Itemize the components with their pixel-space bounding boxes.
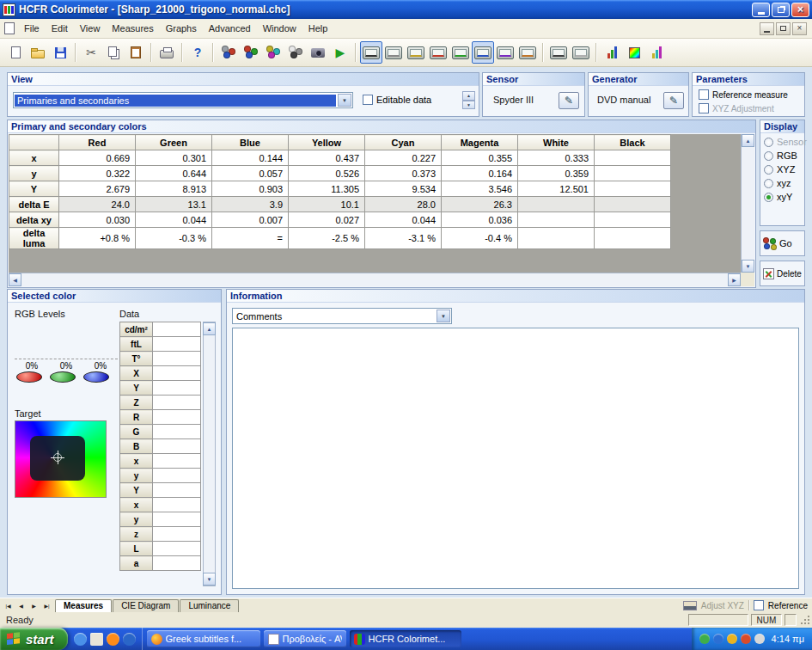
taskbar-window-button[interactable]: Προβολείς - AVS... (264, 630, 346, 647)
rgb-histogram-icon[interactable] (601, 41, 623, 64)
table-cell[interactable]: 3.9 (212, 197, 289, 212)
sensor-config-icon[interactable] (217, 41, 240, 64)
grayscale-measure-icon[interactable] (284, 41, 307, 64)
rgb-levels-chart-icon[interactable] (427, 41, 449, 64)
volume-tray-icon[interactable] (754, 634, 765, 644)
menu-file[interactable]: File (18, 20, 46, 37)
column-header-green[interactable]: Green (136, 135, 212, 150)
table-cell[interactable]: 0.333 (518, 150, 595, 166)
display-option-xyz[interactable]: XYZ (761, 162, 803, 176)
table-cell[interactable] (595, 212, 671, 228)
scroll-down-icon[interactable]: ▼ (203, 573, 216, 586)
table-cell[interactable] (595, 197, 671, 212)
messenger-tray-icon[interactable] (741, 634, 751, 644)
table-cell[interactable]: 0.322 (59, 166, 136, 181)
tab-cie-diagram[interactable]: CIE Diagram (113, 599, 179, 612)
reference-checkbox[interactable] (754, 600, 764, 610)
dropdown-arrow-icon[interactable]: ▼ (338, 94, 351, 107)
go-button[interactable]: Go (760, 230, 805, 256)
menu-edit[interactable]: Edit (46, 20, 74, 37)
table-cell[interactable]: 8.913 (136, 181, 212, 197)
table-cell[interactable]: 0.144 (212, 150, 289, 166)
column-header-yellow[interactable]: Yellow (289, 135, 365, 150)
table-cell[interactable]: 0.903 (212, 181, 289, 197)
table-cell[interactable]: 0.301 (136, 150, 212, 166)
table-cell[interactable]: 28.0 (365, 197, 442, 212)
spinner-up-icon[interactable]: ▲ (462, 91, 475, 101)
child-close-button[interactable]: × (792, 22, 807, 35)
table-cell[interactable]: 0.030 (59, 212, 136, 228)
generator-config-button[interactable]: ✎ (663, 92, 684, 109)
target-color-area[interactable] (15, 420, 107, 498)
tab-scroll-arrow-3[interactable]: ▶| (40, 600, 53, 611)
scroll-left-icon[interactable]: ◀ (9, 273, 21, 286)
view-spinner[interactable]: ▲ ▼ (462, 91, 475, 109)
dropdown-arrow-icon[interactable]: ▼ (437, 310, 450, 322)
minimize-button[interactable] (752, 3, 770, 17)
table-cell[interactable]: 0.057 (212, 166, 289, 181)
table-cell[interactable]: -3.1 % (365, 228, 442, 249)
display-option-rgb[interactable]: RGB (761, 149, 803, 162)
tab-scroll-arrow-0[interactable]: |◀ (2, 600, 15, 611)
table-cell[interactable]: 0.644 (136, 166, 212, 181)
run-measure-icon[interactable]: ▶ (329, 41, 351, 64)
table-cell[interactable]: 2.679 (59, 181, 136, 197)
contrast-chart-icon[interactable] (494, 41, 516, 64)
table-cell[interactable] (595, 150, 671, 166)
table-cell[interactable]: 0.044 (365, 212, 442, 228)
table-cell[interactable] (518, 228, 595, 249)
menu-window[interactable]: Window (257, 20, 302, 37)
display-option-xyz[interactable]: xyz (761, 176, 803, 190)
table-cell[interactable]: 13.1 (136, 197, 212, 212)
spectrum-icon[interactable] (623, 41, 645, 64)
table-cell[interactable]: 0.027 (289, 212, 365, 228)
child-minimize-button[interactable] (760, 22, 774, 35)
table-cell[interactable]: 0.044 (136, 212, 212, 228)
help-icon[interactable]: ? (186, 41, 209, 64)
menu-help[interactable]: Help (302, 20, 334, 37)
child-restore-button[interactable] (776, 22, 791, 35)
table-cell[interactable]: 0.355 (442, 150, 518, 166)
column-header-magenta[interactable]: Magenta (442, 135, 518, 150)
row-header[interactable]: delta E (9, 197, 59, 212)
table-cell[interactable]: 0.359 (518, 166, 595, 181)
table-cell[interactable]: -2.5 % (289, 228, 365, 249)
column-header-white[interactable]: White (518, 135, 595, 150)
nearwhite-chart-icon[interactable] (570, 41, 592, 64)
table-cell[interactable]: = (212, 228, 289, 249)
primaries-measure-icon[interactable] (240, 41, 262, 64)
cie-diagram-view-icon[interactable] (449, 41, 472, 64)
table-cell[interactable]: 3.546 (442, 181, 518, 197)
table-cell[interactable] (595, 181, 671, 197)
gamma-chart-icon[interactable] (405, 41, 427, 64)
taskbar-window-button[interactable]: Greek subtitles f... (147, 630, 260, 647)
row-header[interactable]: x (9, 150, 59, 166)
nearblack-chart-icon[interactable] (547, 41, 570, 64)
secondaries-measure-icon[interactable] (262, 41, 284, 64)
table-cell[interactable] (518, 197, 595, 212)
table-cell[interactable]: 10.1 (289, 197, 365, 212)
start-button[interactable]: start (0, 628, 68, 650)
paste-icon[interactable] (125, 41, 147, 64)
menu-view[interactable]: View (74, 20, 107, 37)
table-cell[interactable]: +0.8 % (59, 228, 136, 249)
measures-grid-view-icon[interactable] (360, 41, 382, 64)
close-button[interactable]: × (791, 3, 809, 17)
comments-dropdown[interactable]: Comments ▼ (232, 308, 452, 324)
row-header[interactable]: Y (9, 181, 59, 197)
table-cell[interactable]: 0.007 (212, 212, 289, 228)
spinner-down-icon[interactable]: ▼ (462, 101, 475, 110)
column-header-cyan[interactable]: Cyan (365, 135, 442, 150)
save-file-icon[interactable] (49, 41, 71, 64)
row-header[interactable]: y (9, 166, 59, 181)
taskbar-window-button[interactable]: HCFR Colorimet... (350, 630, 461, 647)
tab-scroll-arrow-1[interactable]: ◀ (15, 600, 27, 611)
scroll-up-icon[interactable]: ▲ (742, 134, 754, 147)
resize-grip[interactable] (799, 614, 811, 626)
table-cell[interactable]: 0.036 (442, 212, 518, 228)
grayscale-chart-icon[interactable] (382, 41, 405, 64)
table-cell[interactable]: -0.4 % (442, 228, 518, 249)
row-header[interactable]: delta luma (9, 228, 59, 249)
display-option-xyy[interactable]: xyY (761, 190, 803, 204)
copy-icon[interactable] (102, 41, 125, 64)
